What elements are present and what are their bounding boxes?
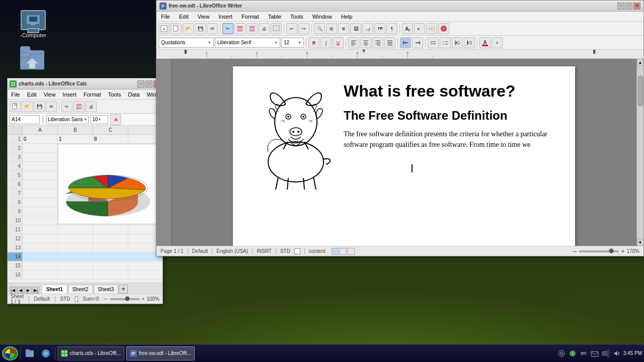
writer-macro-btn[interactable]: ABC (426, 23, 437, 34)
paragraph-style-select[interactable]: Quotations ▼ (158, 38, 214, 48)
calc-menu-format[interactable]: Format (82, 91, 103, 98)
view-btn3[interactable] (348, 248, 355, 255)
italic-btn[interactable]: I (320, 37, 332, 48)
calc-restore-btn[interactable]: □ (145, 80, 152, 87)
writer-image-btn[interactable]: 🖼 (350, 23, 361, 34)
writer-menu-insert[interactable]: Insert (217, 13, 234, 20)
col-header-c[interactable]: C (93, 126, 128, 134)
writer-print-btn[interactable]: 🖨 (259, 23, 270, 34)
sheet-nav-next[interactable]: ▶ (25, 287, 32, 294)
sheet-nav-first[interactable]: |◀ (10, 287, 17, 294)
network-icon[interactable] (557, 349, 566, 358)
taskbar-browser-icon[interactable] (39, 346, 53, 360)
writer-export-btn[interactable]: PDF (234, 23, 246, 34)
text-direction-btn[interactable] (400, 37, 411, 48)
font-color-btn[interactable]: A (479, 37, 491, 48)
writer-menu-table[interactable]: Table (267, 13, 283, 20)
volume-icon[interactable] (612, 349, 621, 358)
calc-menu-edit[interactable]: Edit (26, 91, 38, 98)
taskbar-calc-app[interactable]: charts.ods - LibreOffi... (57, 346, 124, 360)
writer-menu-tools[interactable]: Tools (289, 13, 305, 20)
view-btn1[interactable] (332, 248, 339, 255)
calc-font-select[interactable]: Liberation Sans ▼ (46, 115, 89, 124)
writer-nonprint-btn[interactable]: ¶ (386, 23, 397, 34)
view-btn2[interactable] (340, 248, 347, 255)
bold-btn[interactable]: B (308, 37, 319, 48)
rtl-btn[interactable] (412, 37, 423, 48)
unordered-list-btn[interactable] (428, 37, 439, 48)
taskbar-writer-app[interactable]: free-sw.odt - LibreOffi... (126, 346, 195, 360)
writer-redo-btn[interactable]: ↪ (298, 23, 309, 34)
writer-zoom-slider[interactable] (579, 250, 619, 252)
writer-find-btn[interactable]: 🔍 (314, 23, 325, 34)
col-header-a[interactable]: A (23, 126, 58, 134)
mail-icon[interactable] (590, 349, 599, 358)
decrease-indent-btn[interactable] (452, 37, 463, 48)
writer-spellcheck-btn[interactable]: A (402, 23, 413, 34)
desktop-icon-computer[interactable]: -Computer (20, 10, 46, 38)
calc-font-size[interactable]: 10 ▼ (91, 115, 108, 124)
writer-menu-file[interactable]: File (159, 13, 172, 20)
calc-edit-btn[interactable]: ✏ (61, 101, 72, 112)
font-size-select[interactable]: 12 ▼ (281, 38, 304, 48)
sheet-add-btn[interactable]: + (119, 285, 128, 294)
writer-undo-btn[interactable]: ↩ (286, 23, 297, 34)
calc-export-btn[interactable]: PDF (73, 101, 85, 112)
sheet-tab-1[interactable]: Sheet1 (42, 285, 67, 294)
scroll-down-btn[interactable]: ▼ (637, 239, 644, 246)
calc-open-btn[interactable]: 📂 (22, 101, 33, 112)
writer-menu-view[interactable]: View (196, 13, 211, 20)
calc-menu-data[interactable]: Data (126, 91, 141, 98)
update-icon[interactable]: ↑ (568, 349, 577, 358)
calc-menu-view[interactable]: View (42, 91, 57, 98)
sheet-nav-prev[interactable]: ◀ (17, 287, 24, 294)
increase-indent-btn[interactable] (464, 37, 475, 48)
writer-email-btn[interactable]: ✉ (207, 23, 218, 34)
writer-menu-format[interactable]: Format (240, 13, 261, 20)
calc-print-btn[interactable]: 🖨 (86, 101, 97, 112)
font-name-select[interactable]: Liberation Serif ▼ (215, 38, 280, 48)
calc-minimize-btn[interactable]: ─ (137, 80, 144, 87)
writer-export2-btn[interactable]: PDF (247, 23, 258, 34)
writer-insert-btn[interactable]: ⊕ (338, 23, 349, 34)
desktop-icon-home[interactable] (20, 50, 44, 71)
language-indicator[interactable]: en (579, 349, 588, 358)
calc-menu-insert[interactable]: Insert (61, 91, 78, 98)
align-center-btn[interactable] (360, 37, 371, 48)
calc-email-btn[interactable]: ✉ (46, 101, 57, 112)
writer-scrollbar-vertical[interactable]: ▲ ▼ (636, 59, 643, 246)
writer-open-btn[interactable]: 📂 (183, 23, 194, 34)
sheet-tab-3[interactable]: Sheet3 (94, 285, 119, 294)
writer-autocorrect-btn[interactable]: ✦ (414, 23, 425, 34)
sheet-nav-last[interactable]: ▶| (32, 287, 39, 294)
notification-icon[interactable] (601, 349, 610, 358)
ordered-list-btn[interactable]: 1.2. (440, 37, 451, 48)
writer-zoom-out[interactable]: ─ (573, 248, 577, 255)
calc-new-btn[interactable] (10, 101, 21, 112)
writer-edit-mode-btn[interactable]: ✏ (222, 23, 233, 34)
start-button[interactable] (2, 346, 18, 360)
writer-preview-btn[interactable] (271, 23, 282, 34)
writer-menu-window[interactable]: Window (311, 13, 334, 20)
writer-new-btn[interactable] (171, 23, 182, 34)
align-left-btn[interactable] (348, 37, 359, 48)
scroll-up-btn[interactable]: ▲ (637, 59, 644, 66)
writer-save-btn[interactable]: 💾 (195, 23, 206, 34)
scroll-thumb[interactable] (638, 76, 643, 106)
taskbar-file-manager-icon[interactable] (23, 346, 37, 360)
writer-menu-help[interactable]: Help (340, 13, 354, 20)
calc-save-btn[interactable]: 💾 (34, 101, 45, 112)
calc-zoom-slider[interactable] (110, 298, 140, 300)
underline-btn[interactable]: U (333, 37, 344, 48)
writer-restore-btn[interactable]: □ (625, 3, 632, 10)
writer-minimize-btn[interactable]: ─ (617, 3, 624, 10)
writer-table-btn[interactable]: ⊞ (326, 23, 337, 34)
calc-menu-tools[interactable]: Tools (107, 91, 123, 98)
sheet-tab-2[interactable]: Sheet2 (68, 285, 93, 294)
writer-style-btn[interactable]: A (158, 23, 170, 34)
calc-zoom-in[interactable]: + (142, 296, 145, 302)
writer-help-btn[interactable]: ? (438, 23, 449, 34)
calc-name-box[interactable]: A14 (10, 115, 40, 124)
justify-btn[interactable] (384, 37, 395, 48)
calc-menu-file[interactable]: File (10, 91, 22, 98)
